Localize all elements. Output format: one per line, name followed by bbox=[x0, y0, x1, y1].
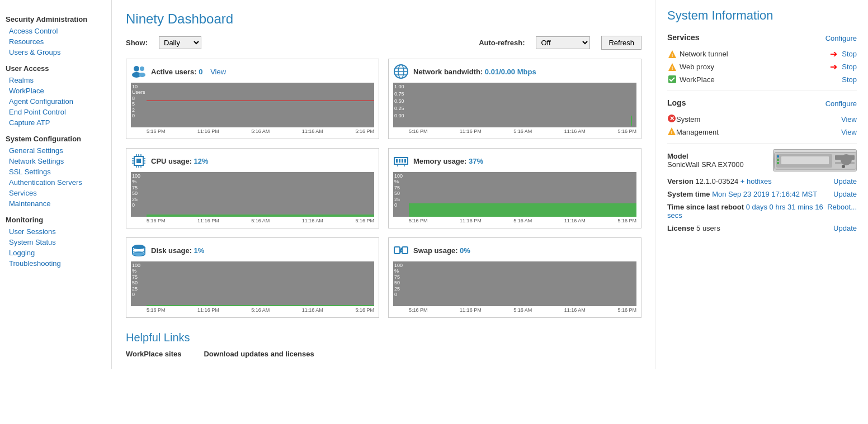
license-value: 5 users bbox=[696, 224, 720, 232]
autorefresh-select[interactable]: Off 30 seconds 1 minute 5 minutes bbox=[536, 36, 590, 49]
sidebar-link-access-control[interactable]: Access Control bbox=[6, 26, 106, 36]
hotfixes-link[interactable]: + hotfixes bbox=[740, 177, 772, 185]
sidebar-link-network-settings[interactable]: Network Settings bbox=[6, 156, 106, 166]
svg-point-3 bbox=[139, 73, 145, 77]
sidebar-link-services[interactable]: Services bbox=[6, 188, 106, 198]
sidebar-link-agent-config[interactable]: Agent Configuration bbox=[6, 96, 106, 107]
web-proxy-name: Web proxy bbox=[680, 63, 830, 71]
memory-icon bbox=[393, 153, 409, 169]
sidebar-link-resources[interactable]: Resources bbox=[6, 36, 106, 47]
svg-rect-50 bbox=[777, 159, 779, 161]
sidebar-link-auth-servers[interactable]: Authentication Servers bbox=[6, 177, 106, 188]
cpu-icon bbox=[131, 153, 147, 169]
version-update-link[interactable]: Update bbox=[833, 177, 857, 185]
chart-area-disk: 100 %7550250 bbox=[131, 261, 374, 306]
monitoring-title: Monitoring bbox=[6, 216, 106, 224]
system-time-info: System time Mon Sep 23 2019 17:16:42 MST bbox=[667, 190, 833, 198]
user-access-title: User Access bbox=[6, 64, 106, 73]
reboot-link[interactable]: Reboot... bbox=[827, 203, 857, 211]
logs-configure-link[interactable]: Configure bbox=[825, 99, 857, 108]
chart-y-labels-disk: 100 %7550250 bbox=[131, 261, 147, 298]
sidebar-link-capture-atp[interactable]: Capture ATP bbox=[6, 117, 106, 128]
workplace-stop-link[interactable]: Stop bbox=[842, 75, 857, 84]
divider-1 bbox=[667, 90, 857, 90]
services-header: Services bbox=[667, 33, 700, 42]
chart-inner-memory bbox=[409, 172, 636, 217]
sidebar-link-troubleshooting[interactable]: Troubleshooting bbox=[6, 258, 106, 269]
chart-header-disk: Disk usage: 1% bbox=[131, 242, 374, 258]
model-image bbox=[773, 149, 857, 171]
chart-area-active-users: 10 Users8520 bbox=[131, 83, 374, 127]
svg-rect-34 bbox=[402, 247, 408, 254]
chart-y-labels: 10 Users8520 bbox=[131, 83, 147, 120]
sidebar-link-user-sessions[interactable]: User Sessions bbox=[6, 226, 106, 237]
chart-x-labels-cpu: 5:16 PM11:16 PM5:16 AM11:16 AM5:16 PM bbox=[147, 218, 374, 223]
system-info-title: System Information bbox=[667, 8, 857, 23]
error-icon-system: ✕ bbox=[667, 114, 676, 125]
model-value: SonicWall SRA EX7000 bbox=[667, 160, 744, 169]
svg-point-2 bbox=[140, 66, 144, 71]
helpful-link-downloads: Download updates and licenses bbox=[204, 350, 314, 358]
chart-title-disk: Disk usage: 1% bbox=[151, 246, 204, 255]
web-proxy-stop-link[interactable]: Stop bbox=[842, 63, 857, 71]
security-admin-title: Security Administration bbox=[6, 15, 106, 23]
system-time-label: System time bbox=[667, 190, 710, 198]
sidebar-link-workplace[interactable]: WorkPlace bbox=[6, 85, 106, 96]
svg-rect-25 bbox=[399, 159, 400, 163]
license-label: License bbox=[667, 224, 694, 232]
license-update-link[interactable]: Update bbox=[833, 224, 857, 232]
helpful-links-section: Helpful Links WorkPlace sites Download u… bbox=[126, 331, 641, 358]
chart-memory-usage: Memory usage: 37% 100 %7550250 5:16 PM11… bbox=[388, 148, 641, 228]
svg-rect-10 bbox=[136, 159, 141, 163]
sidebar-link-maintenance[interactable]: Maintenance bbox=[6, 198, 106, 209]
chart-inner-network bbox=[409, 83, 636, 127]
services-header-row: Services Configure bbox=[667, 31, 857, 45]
license-row: License 5 users Update bbox=[667, 224, 857, 232]
svg-text:!: ! bbox=[671, 130, 673, 135]
sidebar-link-general-settings[interactable]: General Settings bbox=[6, 145, 106, 156]
svg-rect-52 bbox=[781, 156, 829, 164]
chart-title-network-bandwidth: Network bandwidth: 0.01/0.00 Mbps bbox=[413, 68, 536, 76]
sidebar-link-end-point-control[interactable]: End Point Control bbox=[6, 107, 106, 117]
sidebar-link-users-groups[interactable]: Users & Groups bbox=[6, 47, 106, 58]
management-log-view-link[interactable]: View bbox=[841, 128, 857, 136]
chart-header-network-bandwidth: Network bandwidth: 0.01/0.00 Mbps bbox=[393, 64, 636, 79]
svg-rect-46 bbox=[835, 155, 855, 160]
model-label: Model bbox=[667, 152, 744, 160]
log-row-management: ! Management View bbox=[667, 127, 857, 137]
controls-row: Show: Daily Hourly Weekly Monthly Auto-r… bbox=[126, 36, 641, 50]
sidebar: Security Administration Access Control R… bbox=[0, 0, 112, 369]
show-label: Show: bbox=[126, 39, 148, 47]
system-time-update-link[interactable]: Update bbox=[833, 190, 857, 198]
version-label: Version bbox=[667, 177, 694, 185]
view-link-active-users[interactable]: View bbox=[210, 68, 226, 76]
reboot-time-info: Time since last reboot 0 days 0 hrs 31 m… bbox=[667, 203, 827, 220]
chart-x-labels-swap: 5:16 PM11:16 PM5:16 AM11:16 AM5:16 PM bbox=[409, 307, 636, 313]
svg-rect-51 bbox=[777, 162, 779, 164]
chart-header-memory: Memory usage: 37% bbox=[393, 153, 636, 169]
sidebar-link-realms[interactable]: Realms bbox=[6, 75, 106, 85]
version-value: 12.1.0-03524 + hotfixes bbox=[696, 177, 772, 185]
sidebar-link-ssl-settings[interactable]: SSL Settings bbox=[6, 166, 106, 177]
arrow-icon-web-proxy: ➔ bbox=[830, 61, 837, 72]
svg-rect-24 bbox=[396, 159, 398, 163]
svg-text:✕: ✕ bbox=[669, 115, 674, 122]
chart-title-memory: Memory usage: 37% bbox=[413, 157, 483, 165]
model-info: Model SonicWall SRA EX7000 bbox=[667, 152, 744, 169]
chart-header-swap: Swap usage: 0% bbox=[393, 242, 636, 258]
chart-inner-swap bbox=[409, 261, 636, 306]
sidebar-link-logging[interactable]: Logging bbox=[6, 247, 106, 258]
chart-inner-active-users bbox=[147, 83, 374, 127]
sidebar-link-system-status[interactable]: System Status bbox=[6, 237, 106, 247]
network-tunnel-stop-link[interactable]: Stop bbox=[842, 50, 857, 58]
chart-area-cpu: 100 %7550250 bbox=[131, 172, 374, 217]
license-info: License 5 users bbox=[667, 224, 833, 232]
system-log-view-link[interactable]: View bbox=[841, 115, 857, 123]
refresh-button[interactable]: Refresh bbox=[601, 36, 641, 50]
system-time-value: Mon Sep 23 2019 17:16:42 MST bbox=[712, 190, 817, 198]
show-select[interactable]: Daily Hourly Weekly Monthly bbox=[159, 36, 201, 49]
network-tunnel-name: Network tunnel bbox=[680, 50, 830, 58]
chart-header-cpu: CPU usage: 12% bbox=[131, 153, 374, 169]
chart-y-labels-cpu: 100 %7550250 bbox=[131, 172, 147, 209]
services-configure-link[interactable]: Configure bbox=[825, 34, 857, 42]
